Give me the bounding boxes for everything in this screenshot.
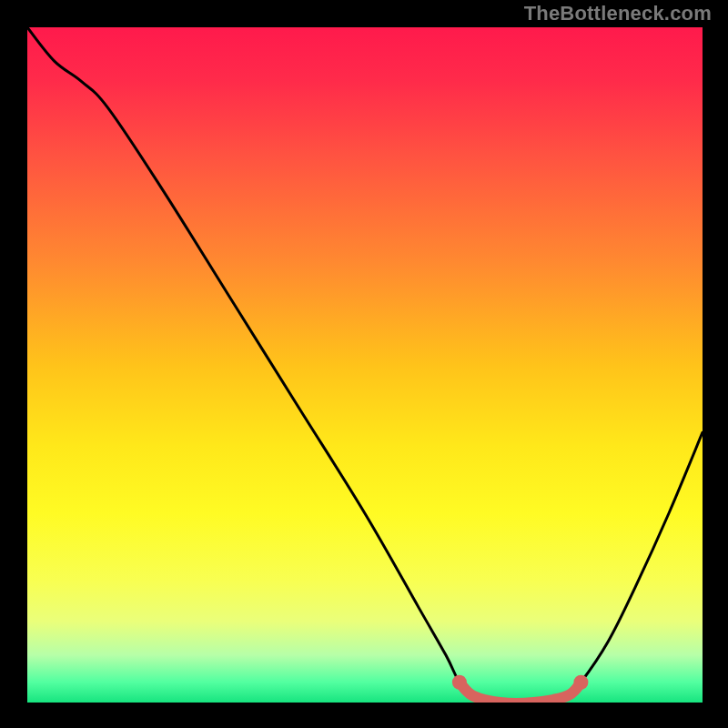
bottleneck-chart [0, 0, 728, 728]
chart-frame: TheBottleneck.com [0, 0, 728, 728]
gradient-background [27, 27, 703, 703]
highlight-endpoint [573, 675, 588, 690]
attribution-text: TheBottleneck.com [524, 2, 712, 25]
highlight-endpoint [452, 675, 467, 690]
